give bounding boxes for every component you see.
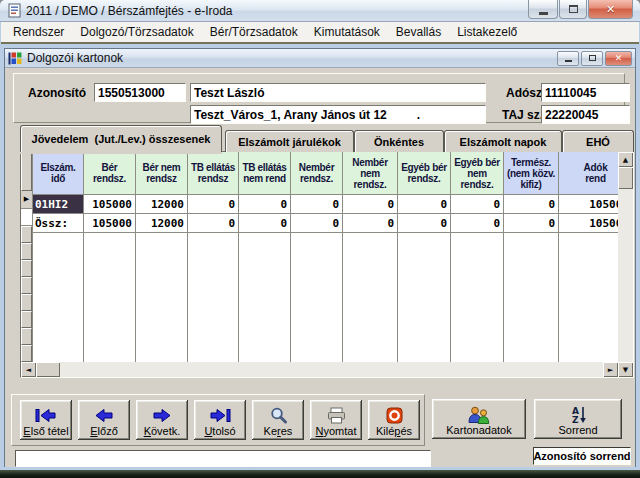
tax-number-label: Adósz. (506, 86, 545, 100)
current-record-arrow-icon[interactable] (21, 191, 32, 208)
grid-cell[interactable]: 0 (504, 195, 558, 214)
selector-cell (21, 243, 32, 260)
tab-eho[interactable]: EHÓ (562, 130, 634, 152)
horizontal-scroll-track[interactable] (60, 362, 603, 377)
search-icon (269, 406, 288, 425)
grid-cell[interactable]: 0 (451, 214, 503, 233)
column-filler (291, 233, 342, 362)
scroll-left-button[interactable] (21, 362, 36, 377)
horizontal-scroll-thumb[interactable] (36, 362, 60, 377)
scroll-down-button[interactable] (618, 362, 633, 377)
column-header-termesz-nem-kozv-kifiz: Termész. (nem közv. kifiz) (504, 152, 558, 195)
ssn-label: TAJ sz. (502, 108, 543, 122)
record-search-input[interactable] (15, 450, 431, 467)
kovetk-button[interactable]: Követk. (136, 400, 188, 440)
keres-button[interactable]: Keres (252, 400, 304, 440)
last-record-icon (207, 406, 233, 425)
column-header-nember-nem-rendsz: Nembér nem rendsz. (343, 152, 397, 195)
grid-cell[interactable]: 0 (188, 214, 238, 233)
grid-cell[interactable]: 0 (343, 195, 397, 214)
column-header-ber-rendsz: Bér rendsz. (84, 152, 135, 195)
menu-bevallas[interactable]: Bevallás (388, 22, 449, 42)
scroll-up-button[interactable] (618, 152, 633, 167)
employee-header-panel: Azonosító Adósz. TAJ sz. (13, 73, 625, 123)
first-record-icon (33, 406, 59, 425)
tab-onkentes[interactable]: Önkéntes (354, 130, 444, 152)
grid-column-elszam: Elszám. idő01HI2Össz: (33, 152, 84, 362)
button-label: Keres (264, 425, 293, 437)
grid-cell[interactable]: 0 (451, 195, 503, 214)
grid-cell[interactable]: 0 (504, 214, 558, 233)
card-window-title: Dolgozói kartonok (27, 51, 123, 65)
maximize-button[interactable] (559, 0, 587, 19)
name-field[interactable] (190, 83, 486, 102)
column-filler (398, 233, 450, 362)
grid-vertical-scrollbar[interactable] (618, 152, 633, 377)
grid-cell[interactable]: 0 (291, 214, 342, 233)
tab-elszamolt-napok[interactable]: Elszámolt napok (444, 130, 562, 152)
card-restore-button[interactable] (581, 51, 603, 66)
grid-cell[interactable]: 0 (239, 214, 290, 233)
kartonadatok-button[interactable]: Kartonadatok (432, 399, 526, 439)
close-button[interactable]: ✕ (588, 0, 633, 19)
window-title: 2011 / DEMO / Bérszámfejtés - e-Iroda (26, 4, 233, 18)
menu-dolgozo-torzsadatok[interactable]: Dolgozó/Törzsadatok (72, 22, 201, 42)
grid-cell[interactable]: 105000 (84, 214, 135, 233)
minimize-icon (539, 12, 548, 15)
grid-cell[interactable]: Össz: (33, 214, 83, 233)
menu-rendszer[interactable]: Rendszer (5, 22, 72, 42)
menu-ber-torzsadatok[interactable]: Bér/Törzsadatok (202, 22, 306, 42)
menu-kimutatasok[interactable]: Kimutatások (306, 22, 388, 42)
menu-listakezelo[interactable]: Listakezelő (449, 22, 525, 42)
card-close-button[interactable]: ✕ (605, 51, 632, 66)
navigation-button-panel: Első tételElőzőKövetk.UtolsóKeresNyomtat… (11, 394, 425, 446)
id-field[interactable] (94, 83, 186, 102)
elso-tetel-button[interactable]: Első tétel (20, 400, 72, 440)
address-field[interactable] (190, 105, 486, 124)
column-filler (33, 233, 83, 362)
grid-cell[interactable]: 12000 (136, 195, 187, 214)
kilepes-button[interactable]: Kilépés (368, 400, 420, 440)
tax-number-field[interactable] (541, 83, 630, 102)
grid-horizontal-scrollbar[interactable] (21, 362, 618, 377)
elozo-button[interactable]: Előző (78, 400, 130, 440)
grid-column-egyeb-ber: Egyéb bér nem rendsz.00 (451, 152, 504, 362)
tab-jovedelem-jut-lev-osszesenek[interactable]: Jövedelem (Jut./Lev.) összesenek (20, 125, 222, 152)
column-header-egyeb-ber-nem-rendsz: Egyéb bér nem rendsz. (451, 152, 503, 195)
next-record-icon (150, 406, 174, 425)
nyomtat-button[interactable]: Nyomtat (310, 400, 362, 440)
application-window: 2011 / DEMO / Bérszámfejtés - e-Iroda ✕ … (0, 0, 640, 478)
grid-cell[interactable]: 0 (398, 214, 450, 233)
grid-cell[interactable]: 0 (239, 195, 290, 214)
minimize-button[interactable] (528, 0, 558, 19)
grid-cell[interactable]: 0 (291, 195, 342, 214)
card-window-titlebar: Dolgozói kartonok ✕ (5, 49, 635, 68)
button-label: Utolsó (204, 425, 235, 437)
card-window-icon (8, 52, 22, 65)
app-icon (7, 3, 22, 18)
grid-cell[interactable]: 105000 (84, 195, 135, 214)
svg-text:Z: Z (572, 415, 579, 424)
selector-cell (21, 345, 32, 362)
button-label: Kartonadatok (446, 424, 511, 436)
grid-cell[interactable]: 0 (343, 214, 397, 233)
id-label: Azonosító (28, 86, 86, 100)
grid-cell[interactable]: 12000 (136, 214, 187, 233)
column-header-nember-rendsz: Nembér rendsz. (291, 152, 342, 195)
grid-cell[interactable]: 01HI2 (33, 195, 83, 214)
card-minimize-button[interactable] (557, 51, 579, 66)
vertical-scroll-thumb[interactable] (618, 167, 633, 189)
tab-elszamolt-jarulekok[interactable]: Elszámolt járulékok (225, 130, 354, 152)
button-label: Kilépés (376, 425, 412, 437)
ssn-field[interactable] (541, 105, 630, 124)
scroll-right-button[interactable] (603, 362, 618, 377)
grid-column-ber: Bér rendsz.105000105000 (84, 152, 136, 362)
grid-column-termesz: Termész. (nem közv. kifiz)00 (504, 152, 559, 362)
utolso-button[interactable]: Utolsó (194, 400, 246, 440)
column-header-tb-ellatas-rendsz: TB ellátás rendsz (188, 152, 238, 195)
sorrend-button[interactable]: AZSorrend (534, 399, 622, 439)
grid-cell[interactable]: 0 (398, 195, 450, 214)
selector-cell (21, 209, 32, 226)
grid-column-egyeb-ber: Egyéb bér rendsz.00 (398, 152, 451, 362)
grid-cell[interactable]: 0 (188, 195, 238, 214)
